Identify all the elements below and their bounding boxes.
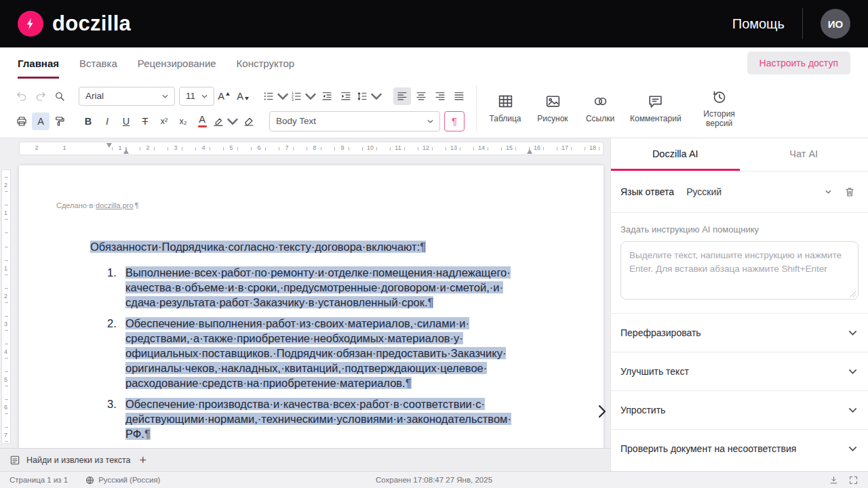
instruction-input[interactable]: Выделите текст, напишите инструкцию и на… (620, 241, 859, 300)
bold-button[interactable]: B (79, 113, 97, 130)
format-painter-icon (54, 115, 66, 127)
format-painter-button[interactable] (51, 113, 68, 130)
font-size-value: 11 (186, 91, 195, 101)
topbar: doczilla Помощь ИО (0, 0, 868, 47)
ribbon-tab-constructor[interactable]: Конструктор (237, 47, 295, 79)
logo[interactable]: doczilla (18, 11, 131, 37)
tab-chat-ai[interactable]: Чат AI (740, 138, 868, 171)
links-icon (592, 93, 609, 110)
comment-button[interactable]: Комментарий (627, 90, 684, 127)
eraser-button[interactable] (240, 113, 258, 130)
picture-icon (545, 93, 561, 110)
grow-font-button[interactable]: A (215, 87, 233, 105)
ruler-number: 1 (4, 265, 7, 272)
align-center-button[interactable] (412, 87, 430, 105)
configure-access-button[interactable]: Настроить доступ (747, 52, 850, 75)
document-language[interactable]: Русский (Россия) (85, 476, 160, 485)
answer-language-value: Русский (686, 186, 722, 197)
picture-button[interactable]: Рисунок (532, 90, 573, 127)
made-in-link[interactable]: doczilla.pro (96, 201, 134, 209)
align-right-button[interactable] (431, 87, 449, 105)
bullet-list-button[interactable] (262, 87, 289, 105)
text-select-button[interactable]: A (32, 113, 50, 130)
indent-button[interactable] (337, 87, 355, 105)
page-content: Сделано·​в·​doczilla.pro¶ Обязанности·​П… (19, 165, 604, 462)
help-link[interactable]: Помощь (732, 16, 785, 32)
shrink-font-button[interactable]: A (234, 87, 252, 105)
ruler-number: 4 (201, 144, 205, 151)
download-button[interactable] (829, 475, 839, 485)
list-number: 2. (107, 316, 125, 390)
underline-button[interactable]: U (117, 113, 135, 130)
align-justify-button[interactable] (450, 87, 468, 105)
ruler-number: 11 (395, 144, 401, 151)
ribbon-tab-insert[interactable]: Вставка (79, 47, 117, 79)
subscript-button[interactable]: x₂ (174, 113, 192, 130)
font-color-button[interactable]: A (193, 113, 211, 130)
answer-language-select[interactable]: Русский (679, 182, 838, 202)
ruler-number: 17 (561, 144, 568, 151)
align-justify-icon (453, 90, 465, 102)
numbered-list-button[interactable]: 123 (290, 87, 317, 105)
italic-button[interactable]: I (98, 113, 116, 130)
redo-button[interactable] (32, 87, 50, 105)
line-spacing-button[interactable] (356, 87, 382, 105)
chevron-down-icon (848, 446, 857, 451)
doc-list-item: 2.Обеспечение·​выполнения·​работ·​из·​св… (107, 316, 526, 390)
ribbon-tab-main[interactable]: Главная (18, 47, 59, 79)
document-page[interactable]: Сделано·​в·​doczilla.pro¶ Обязанности·​П… (19, 165, 604, 471)
fullscreen-button[interactable] (848, 475, 859, 485)
undo-icon (16, 90, 28, 102)
ruler-number: 2 (4, 293, 7, 300)
collapse-panel-button[interactable] (593, 396, 610, 426)
version-history-button[interactable]: История версий (691, 85, 748, 131)
action-paraphrase[interactable]: Перефразировать (611, 313, 868, 352)
eraser-icon (243, 115, 255, 127)
ruler-number: 3 (174, 144, 177, 151)
insert-buttons: Таблица Рисунок Ссылки Комментарий Истор… (482, 79, 748, 138)
search-button[interactable] (51, 87, 68, 105)
formatting-marks-button[interactable]: ¶ (444, 111, 465, 131)
align-left-icon (396, 90, 408, 102)
chevron-down-icon (848, 369, 857, 374)
vertical-ruler: 2112345678 (1, 169, 11, 444)
undo-button[interactable] (13, 87, 31, 105)
topbar-right: Помощь ИО (732, 8, 850, 39)
highlighter-button[interactable] (212, 113, 239, 130)
fullscreen-icon (848, 475, 859, 485)
chevron-down-icon (427, 119, 433, 123)
first-line-indent-marker[interactable] (106, 143, 112, 148)
ribbon-tab-review[interactable]: Рецензирование (138, 47, 216, 79)
ruler-number: 2 (4, 182, 7, 188)
print-button[interactable] (13, 113, 31, 130)
extract-bar[interactable]: Найди и извлеки из текста + (0, 448, 610, 471)
tab-doczilla-ai[interactable]: Doczilla AI (611, 138, 740, 171)
font-size-select[interactable]: 11 (179, 87, 214, 106)
highlighter-icon (212, 115, 224, 127)
chevron-down-icon (825, 190, 831, 194)
answer-language-row: Язык ответа Русский (611, 171, 868, 212)
page-indicator: Страница 1 из 1 (9, 476, 68, 484)
align-center-icon (415, 90, 427, 102)
action-simplify[interactable]: Упростить (611, 390, 868, 429)
align-left-button[interactable] (393, 87, 411, 105)
add-extract-button[interactable]: + (140, 454, 147, 466)
right-indent-marker[interactable] (527, 149, 532, 154)
action-check-document[interactable]: Проверить документ на несоответствия (611, 429, 868, 468)
avatar[interactable]: ИО (821, 9, 850, 39)
strikethrough-button[interactable]: T (136, 113, 154, 130)
ruler-number: 8 (313, 144, 316, 151)
table-button[interactable]: Таблица (485, 90, 526, 127)
font-family-select[interactable]: Arial (79, 87, 175, 106)
outdent-button[interactable] (318, 87, 336, 105)
superscript-button[interactable]: x² (155, 113, 173, 130)
search-icon (54, 90, 66, 102)
ruler-number: 5 (229, 144, 233, 151)
clear-instruction-button[interactable] (844, 186, 856, 198)
links-button[interactable]: Ссылки (580, 90, 620, 127)
paragraph-style-select[interactable]: Body Text (269, 111, 440, 131)
topbar-divider (802, 8, 803, 39)
hanging-indent-marker[interactable] (123, 149, 129, 154)
action-improve-text[interactable]: Улучшить текст (611, 352, 868, 390)
toolbar-row-2: A B I U T x² x₂ A Body Text (12, 111, 471, 131)
